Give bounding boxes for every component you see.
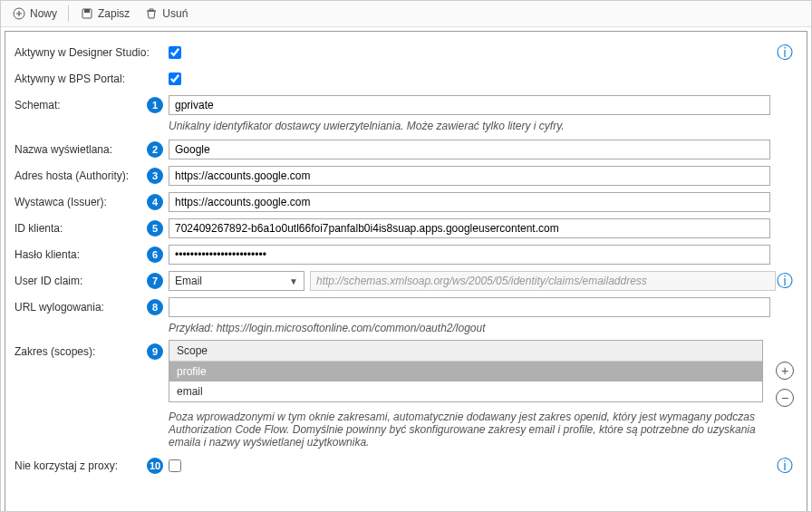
delete-icon [144, 6, 159, 21]
badge-9: 9 [147, 343, 163, 360]
userid-claim-label: User ID claim: [14, 275, 82, 287]
badge-1: 1 [147, 97, 163, 113]
scope-row[interactable]: email [169, 382, 762, 401]
scopes-label: Zakres (scopes): [14, 345, 95, 358]
userid-claim-select[interactable]: Email ▼ [169, 271, 304, 291]
form-panel: Aktywny w Designer Studio: ⓘ Aktywny w B… [5, 31, 807, 512]
badge-3: 3 [147, 168, 163, 184]
scheme-input[interactable] [169, 95, 770, 115]
client-id-label: ID klienta: [14, 222, 63, 235]
badge-4: 4 [147, 194, 163, 210]
proxy-label: Nie korzystaj z proxy: [14, 459, 118, 472]
svg-rect-2 [84, 9, 90, 13]
issuer-label: Wystawca (Issuer): [14, 196, 107, 208]
scheme-label: Schemat: [14, 99, 61, 111]
info-icon[interactable]: ⓘ [776, 455, 794, 477]
badge-7: 7 [147, 273, 163, 289]
issuer-input[interactable] [169, 192, 770, 212]
active-bps-label: Aktywny w BPS Portal: [14, 72, 125, 85]
info-icon[interactable]: ⓘ [776, 42, 794, 63]
save-label: Zapisz [98, 7, 130, 20]
save-icon [80, 6, 94, 21]
logout-url-label: URL wylogowania: [14, 301, 104, 314]
info-icon[interactable]: ⓘ [776, 270, 794, 292]
badge-2: 2 [147, 141, 163, 158]
client-id-input[interactable] [169, 218, 770, 238]
badge-6: 6 [147, 246, 163, 263]
proxy-checkbox[interactable] [169, 459, 181, 472]
separator [68, 5, 69, 22]
client-secret-input[interactable] [169, 245, 770, 265]
authority-label: Adres hosta (Authority): [14, 169, 129, 182]
new-button[interactable]: Nowy [8, 5, 61, 23]
active-bps-checkbox[interactable] [169, 72, 181, 85]
authority-input[interactable] [169, 166, 770, 186]
badge-10: 10 [147, 458, 163, 474]
active-designer-checkbox[interactable] [169, 46, 181, 59]
scheme-hint: Unikalny identyfikator dostawcy uwierzyt… [169, 120, 794, 132]
logout-url-hint: Przykład: https://login.microsoftonline.… [169, 322, 794, 334]
scopes-column-header: Scope [169, 341, 762, 362]
scopes-hint: Poza wprowadzonymi w tym oknie zakresami… [169, 411, 785, 449]
badge-5: 5 [147, 220, 163, 237]
save-button[interactable]: Zapisz [76, 5, 133, 23]
userid-claim-value: Email [175, 275, 202, 287]
add-scope-button[interactable]: + [776, 362, 794, 380]
client-secret-label: Hasło klienta: [14, 248, 80, 261]
display-name-input[interactable] [169, 140, 770, 159]
new-label: Nowy [30, 7, 57, 20]
remove-scope-button[interactable]: − [776, 389, 794, 407]
display-name-label: Nazwa wyświetlana: [14, 143, 112, 156]
active-designer-label: Aktywny w Designer Studio: [14, 46, 150, 59]
delete-button[interactable]: Usuń [140, 5, 191, 23]
chevron-down-icon: ▼ [289, 276, 298, 286]
scope-row[interactable]: profile [169, 362, 762, 382]
toolbar: Nowy Zapisz Usuń [1, 1, 811, 27]
delete-label: Usuń [162, 7, 188, 20]
userid-claim-schema: http://schemas.xmlsoap.org/ws/2005/05/id… [310, 271, 776, 291]
logout-url-input[interactable] [169, 297, 770, 317]
new-icon [12, 6, 26, 21]
scopes-table: Scope profile email [169, 340, 763, 402]
badge-8: 8 [147, 299, 163, 315]
